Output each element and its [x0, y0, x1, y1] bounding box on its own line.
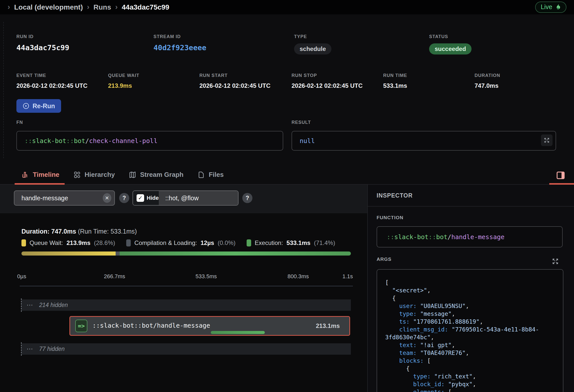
duration-legend: Queue Wait: 213.9ms (28.6%) Compilation …: [21, 239, 335, 246]
meta-run-time: RUN TIME 533.1ms: [383, 73, 407, 89]
tab-hierarchy[interactable]: Hierarchy: [73, 171, 115, 179]
run-id-value: 44a3dac75c99: [16, 43, 69, 52]
search-input[interactable]: [21, 194, 103, 202]
result-label: RESULT: [292, 120, 311, 125]
queue-wait-segment: [21, 251, 116, 256]
breadcrumb-runs[interactable]: Runs: [93, 3, 111, 11]
search-field-wrap: ✕: [14, 190, 115, 206]
meta-run-id: RUN ID 44a3dac75c99: [16, 34, 69, 52]
args-json-viewer[interactable]: [ "<secret>", { user: "U0AEUL95NSU", typ…: [377, 269, 563, 392]
duration-summary: Duration: 747.0ms (Run Time: 533.1ms): [21, 228, 137, 235]
legend-queue-wait: Queue Wait: 213.9ms (28.6%): [21, 239, 115, 246]
span-duration: 213.1ms: [316, 322, 340, 329]
meta-type: TYPE schedule: [294, 34, 331, 54]
file-icon: [197, 171, 205, 179]
map-icon: [129, 171, 136, 179]
live-badge[interactable]: Live: [535, 2, 566, 13]
queue-wait-swatch: [21, 239, 26, 246]
time-axis: 0µs 266.7ms 533.5ms 800.3ms 1.1s: [17, 273, 353, 281]
meta-run-start: RUN START 2026-02-12 02:02:45 UTC: [199, 73, 271, 89]
chevron-right-icon: ›: [115, 3, 118, 12]
legend-execution: Execution: 533.1ms (71.4%): [247, 239, 335, 246]
run-meta-section: RUN ID 44a3dac75c99 STREAM ID 40d2f923ee…: [0, 14, 574, 165]
duration-stacked-bar: [21, 251, 351, 256]
expand-result-button[interactable]: [541, 134, 553, 146]
span-function-name: ::slack-bot::bot/handle-message: [92, 322, 210, 329]
breadcrumb: › Local (development) › Runs › 44a3dac75…: [0, 0, 574, 14]
compilation-segment: [116, 251, 120, 256]
legend-compilation: Compilation & Loading: 12µs (0.0%): [126, 239, 236, 246]
execution-segment: [120, 251, 351, 256]
hidden-spans-row-bottom[interactable]: ⋯ 77 hidden: [21, 343, 351, 355]
flame-icon: [555, 4, 561, 10]
run-detail-page: › Local (development) › Runs › 44a3dac75…: [0, 0, 574, 392]
tab-timeline[interactable]: Timeline: [21, 171, 59, 179]
hierarchy-icon: [73, 171, 81, 179]
hide-patterns-input[interactable]: [159, 191, 239, 205]
meta-status: STATUS succeeded: [429, 34, 472, 54]
fn-box: ::slack-bot::bot/check-channel-poll: [16, 131, 283, 151]
view-tabs: Timeline Hierarchy Stream Graph: [0, 165, 574, 185]
inspector-divider: [368, 206, 574, 207]
execution-swatch: [247, 239, 251, 246]
timeline-filterbar: ✕ ? ✓ Hide ?: [0, 185, 367, 213]
span-execution-bar: [211, 331, 265, 334]
function-label: FUNCTION: [377, 215, 403, 220]
timeline-chart-area: Duration: 747.0ms (Run Time: 533.1ms) Qu…: [0, 213, 367, 392]
search-help-button[interactable]: ?: [119, 193, 129, 203]
toggle-inspector-panel-button[interactable]: [555, 170, 566, 181]
selected-span-row[interactable]: => ::slack-bot::bot/handle-message 213.1…: [69, 316, 350, 336]
fn-label: FN: [16, 120, 23, 125]
chevron-right-icon: ›: [8, 3, 10, 12]
breadcrumb-run-id: 44a3dac75c99: [122, 3, 169, 11]
expand-args-button[interactable]: [552, 256, 563, 267]
result-box: null: [292, 131, 556, 151]
rerun-button[interactable]: Re-Run: [16, 99, 61, 113]
live-label: Live: [541, 3, 552, 11]
bar-chart-icon: [21, 171, 29, 179]
ellipsis-icon: ⋯: [27, 345, 34, 353]
inspector-title: INSPECTOR: [377, 192, 413, 199]
hide-filter-group: ✓ Hide: [133, 190, 239, 206]
result-value: null: [300, 137, 315, 145]
hide-toggle: ✓ Hide: [133, 191, 159, 205]
ellipsis-icon: ⋯: [27, 301, 34, 309]
args-label: ARGS: [377, 257, 392, 262]
status-badge: succeeded: [429, 43, 472, 54]
meta-run-stop: RUN STOP 2026-02-12 02:02:45 UTC: [292, 73, 363, 89]
chevron-right-icon: ›: [87, 3, 89, 12]
timeline-pane: ✕ ? ✓ Hide ? Duration: 747.0ms (Run Time…: [0, 185, 367, 392]
hide-help-button[interactable]: ?: [242, 193, 252, 203]
tab-stream-graph[interactable]: Stream Graph: [129, 171, 184, 179]
tab-files[interactable]: Files: [197, 171, 224, 179]
meta-queue-wait: QUEUE WAIT 213.9ms: [108, 73, 139, 89]
breadcrumb-project[interactable]: Local (development): [14, 3, 83, 11]
stream-id-link[interactable]: 40d2f923eeee: [153, 43, 206, 52]
clear-search-button[interactable]: ✕: [103, 193, 111, 203]
replay-icon: [22, 102, 30, 109]
function-box: ::slack-bot::bot/handle-message: [377, 226, 563, 247]
type-badge: schedule: [294, 43, 331, 54]
inspector-panel: INSPECTOR FUNCTION ::slack-bot::bot/hand…: [367, 185, 574, 392]
meta-event-time: EVENT TIME 2026-02-12 02:02:45 UTC: [16, 73, 88, 89]
span-call-icon: =>: [75, 320, 87, 332]
content-split: ✕ ? ✓ Hide ? Duration: 747.0ms (Run Time…: [0, 185, 574, 392]
meta-duration: DURATION 747.0ms: [475, 73, 500, 89]
compilation-swatch: [126, 239, 131, 246]
hide-checkbox[interactable]: ✓: [137, 194, 144, 202]
time-axis-line: [20, 286, 353, 286]
meta-stream-id: STREAM ID 40d2f923eeee: [153, 34, 206, 52]
hidden-spans-row-top[interactable]: ⋯ 214 hidden: [21, 299, 351, 311]
